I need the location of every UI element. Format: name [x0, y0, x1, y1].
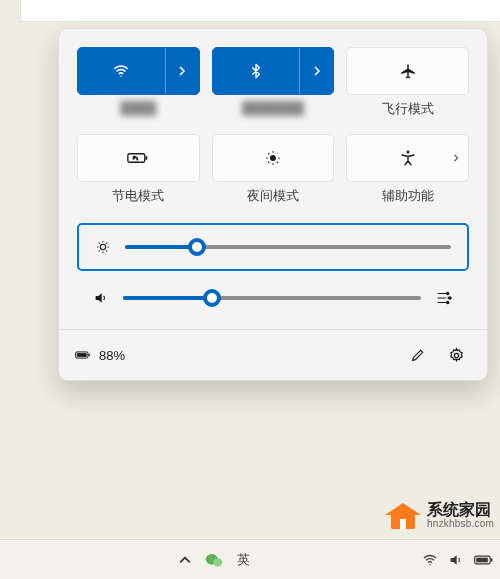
tray-wifi[interactable]	[422, 552, 438, 568]
panel-footer: 88%	[59, 329, 487, 380]
bluetooth-expand[interactable]	[299, 48, 333, 94]
tray-volume[interactable]	[448, 552, 464, 568]
volume-fill	[123, 296, 212, 300]
svg-rect-2	[146, 156, 148, 159]
accessibility-icon	[399, 149, 417, 167]
watermark-title: 系统家园	[427, 501, 494, 519]
pencil-icon	[410, 347, 426, 363]
wechat-icon	[205, 552, 223, 568]
bluetooth-label: ███████	[242, 101, 304, 117]
volume-icon	[93, 290, 109, 306]
volume-icon	[448, 552, 464, 568]
airplane-mode-label: 飞行模式	[382, 101, 434, 118]
watermark-url: hnzkhbsb.com	[427, 518, 494, 529]
chevron-up-icon	[179, 554, 191, 566]
system-tray	[422, 552, 494, 568]
accessibility-label: 辅助功能	[382, 188, 434, 205]
bluetooth-toggle[interactable]	[213, 48, 300, 94]
night-light-tile[interactable]	[212, 134, 335, 182]
edit-quick-settings-button[interactable]	[403, 340, 433, 370]
bluetooth-icon	[248, 62, 264, 80]
watermark-logo-icon	[385, 497, 421, 533]
night-light-label: 夜间模式	[247, 188, 299, 205]
wifi-toggle[interactable]	[78, 48, 165, 94]
taskbar: 英	[0, 539, 500, 579]
bluetooth-tile[interactable]	[212, 47, 335, 95]
tray-battery[interactable]	[474, 553, 494, 567]
battery-percentage: 88%	[99, 348, 125, 363]
quick-settings-tiles: ████ ███████ 飞行模式	[77, 47, 469, 215]
ime-indicator[interactable]: 英	[237, 551, 250, 569]
gear-icon	[448, 347, 465, 364]
watermark: 系统家园 hnzkhbsb.com	[385, 497, 494, 533]
tray-wechat-icon[interactable]	[205, 552, 223, 568]
volume-thumb[interactable]	[203, 289, 221, 307]
volume-slider-row	[77, 275, 469, 321]
svg-point-16	[429, 564, 430, 565]
brightness-icon	[95, 239, 111, 255]
night-light-icon	[264, 149, 282, 167]
svg-rect-11	[89, 354, 90, 356]
settings-button[interactable]	[441, 340, 471, 370]
brightness-fill	[125, 245, 197, 249]
svg-point-4	[275, 153, 279, 157]
wifi-tile[interactable]	[77, 47, 200, 95]
chevron-right-icon	[177, 66, 187, 76]
airplane-mode-tile[interactable]	[346, 47, 469, 95]
brightness-slider[interactable]	[125, 245, 451, 249]
background-window	[20, 0, 500, 22]
battery-saver-icon	[127, 150, 149, 166]
svg-point-6	[100, 244, 105, 249]
wifi-icon	[112, 62, 130, 80]
chevron-right-icon	[312, 66, 322, 76]
taskbar-center: 英	[6, 551, 422, 569]
wifi-expand[interactable]	[165, 48, 199, 94]
svg-point-15	[213, 558, 222, 566]
brightness-slider-row	[77, 223, 469, 271]
battery-saver-tile[interactable]	[77, 134, 200, 182]
airplane-icon	[399, 62, 417, 80]
wifi-label: ████	[121, 101, 156, 117]
svg-point-7	[447, 292, 449, 294]
svg-point-5	[406, 151, 409, 154]
brightness-thumb[interactable]	[188, 238, 206, 256]
svg-point-9	[447, 301, 449, 303]
svg-point-13	[454, 353, 458, 357]
battery-icon	[75, 347, 91, 363]
volume-slider[interactable]	[123, 296, 421, 300]
quick-settings-panel: ████ ███████ 飞行模式	[58, 28, 488, 381]
wifi-icon	[422, 552, 438, 568]
accessibility-expand-icon	[452, 154, 460, 162]
accessibility-tile[interactable]	[346, 134, 469, 182]
svg-rect-12	[77, 353, 87, 357]
svg-rect-19	[476, 557, 488, 562]
battery-saver-label: 节电模式	[112, 188, 164, 205]
tray-overflow-button[interactable]	[179, 554, 191, 566]
svg-point-3	[270, 155, 276, 161]
sound-output-icon[interactable]	[435, 289, 453, 307]
sliders	[77, 223, 469, 321]
svg-rect-18	[491, 558, 493, 561]
battery-icon	[474, 553, 494, 567]
svg-point-0	[121, 76, 123, 78]
